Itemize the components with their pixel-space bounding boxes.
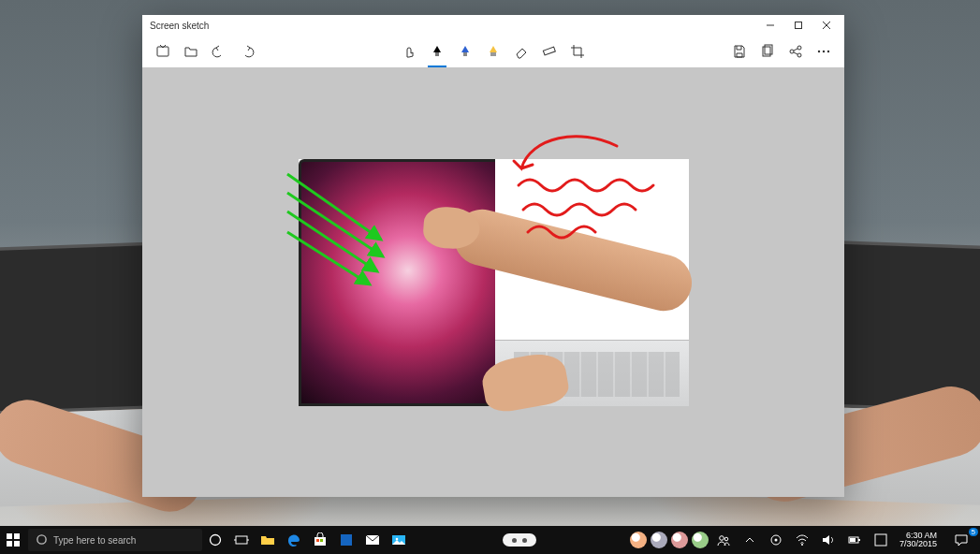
people-avatar-1[interactable]	[630, 532, 647, 548]
people-avatar-4[interactable]	[692, 532, 709, 548]
taskbar-clock[interactable]: 6:30 AM 7/30/2015	[894, 532, 943, 548]
search-placeholder: Type here to search	[53, 535, 136, 546]
svg-point-37	[724, 537, 728, 541]
titlebar[interactable]: Screen sketch	[142, 15, 844, 36]
cortana-button[interactable]	[202, 526, 228, 554]
svg-rect-43	[850, 538, 856, 542]
people-avatar-3[interactable]	[671, 532, 688, 548]
svg-rect-5	[435, 52, 439, 56]
svg-point-26	[211, 535, 221, 546]
maximize-button[interactable]	[784, 15, 812, 36]
screen-sketch-window: Screen sketch	[142, 15, 844, 497]
svg-point-12	[797, 46, 801, 50]
cortana-icon	[36, 533, 48, 547]
photos-button[interactable]	[386, 526, 412, 554]
people-avatar-2[interactable]	[651, 532, 667, 548]
edge-button[interactable]	[281, 526, 307, 554]
svg-point-15	[823, 51, 825, 52]
taskbar-search[interactable]: Type here to search	[28, 529, 202, 551]
desktop-wallpaper: Screen sketch	[0, 0, 980, 554]
taskbar: Type here to search	[0, 526, 980, 554]
svg-rect-1	[796, 22, 802, 29]
svg-point-25	[37, 534, 46, 543]
undo-button[interactable]	[206, 38, 232, 65]
svg-point-40	[801, 544, 803, 546]
people-button[interactable]	[710, 526, 737, 554]
svg-rect-7	[490, 52, 496, 56]
window-title: Screen sketch	[150, 21, 209, 31]
tray-overflow-button[interactable]	[737, 526, 763, 554]
taskbar-center	[412, 533, 628, 547]
svg-rect-30	[316, 539, 319, 542]
new-snip-button[interactable]	[150, 38, 176, 65]
crop-button[interactable]	[564, 38, 591, 65]
share-button[interactable]	[783, 38, 809, 65]
eraser-button[interactable]	[508, 38, 534, 65]
wifi-icon[interactable]	[789, 526, 815, 554]
clock-date: 7/30/2015	[900, 540, 937, 548]
mail-button[interactable]	[359, 526, 386, 554]
ime-icon[interactable]	[868, 526, 894, 554]
start-button[interactable]	[0, 526, 26, 554]
ruler-button[interactable]	[536, 38, 563, 65]
svg-rect-24	[14, 541, 20, 547]
svg-point-36	[720, 536, 724, 541]
action-center-button[interactable]: 5	[943, 526, 980, 554]
svg-point-14	[818, 51, 820, 52]
volume-icon[interactable]	[815, 526, 841, 554]
svg-point-35	[396, 538, 399, 541]
copy-button[interactable]	[754, 38, 781, 65]
close-button[interactable]	[812, 15, 841, 36]
sketch-canvas[interactable]	[299, 159, 689, 406]
svg-rect-32	[341, 534, 352, 546]
svg-rect-8	[543, 47, 555, 55]
screenshot-image	[299, 159, 495, 406]
svg-rect-22	[14, 533, 20, 539]
location-icon[interactable]	[763, 526, 789, 554]
svg-rect-27	[236, 536, 247, 544]
svg-point-39	[774, 539, 777, 542]
svg-rect-31	[320, 539, 323, 542]
store-button[interactable]	[307, 526, 333, 554]
ballpoint-pen-button[interactable]	[424, 38, 450, 65]
file-explorer-button[interactable]	[255, 526, 281, 554]
svg-rect-21	[7, 533, 12, 539]
more-button[interactable]	[811, 38, 837, 65]
redo-button[interactable]	[234, 38, 260, 65]
minimize-button[interactable]	[756, 15, 784, 36]
app-button[interactable]	[333, 526, 359, 554]
svg-rect-23	[7, 541, 12, 547]
notification-badge: 5	[969, 528, 978, 536]
pencil-button[interactable]	[452, 38, 478, 65]
svg-rect-44	[875, 534, 886, 546]
svg-point-11	[790, 50, 794, 53]
system-tray: 6:30 AM 7/30/2015 5	[628, 526, 980, 554]
svg-point-13	[797, 53, 801, 57]
touch-writing-button[interactable]	[396, 38, 422, 65]
taskbar-pill-indicator[interactable]	[503, 533, 536, 547]
svg-point-16	[827, 51, 829, 52]
svg-rect-42	[858, 539, 860, 541]
toolbar	[142, 36, 844, 67]
task-view-button[interactable]	[228, 526, 255, 554]
open-button[interactable]	[178, 38, 204, 65]
svg-rect-6	[463, 52, 467, 56]
power-icon[interactable]	[841, 526, 868, 554]
save-button[interactable]	[726, 38, 753, 65]
highlighter-button[interactable]	[480, 38, 506, 65]
canvas-area	[142, 67, 844, 497]
